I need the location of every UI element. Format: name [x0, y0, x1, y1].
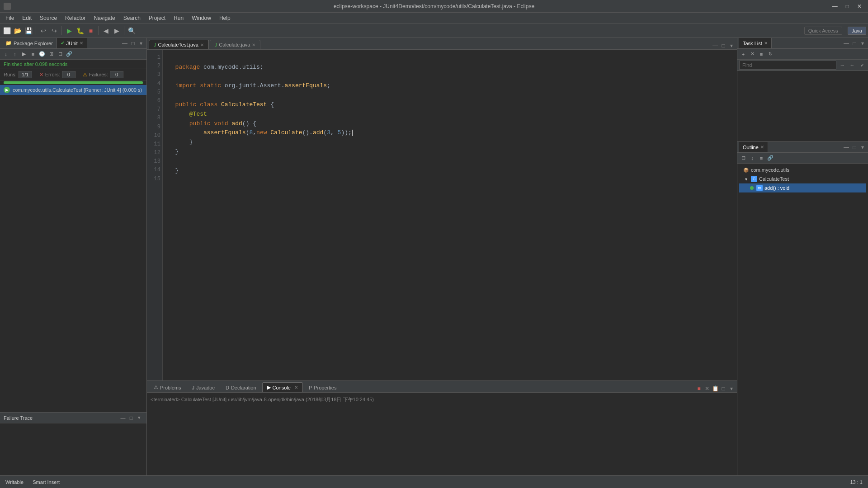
junit-stats: Runs: 1/1 ✕ Errors: 0 ⚠ Failures: 0	[0, 69, 146, 80]
search-button[interactable]: 🔍	[127, 26, 137, 36]
menu-project[interactable]: Project	[145, 14, 169, 22]
task-activate[interactable]: ✓	[858, 61, 866, 69]
junit-tab[interactable]: ✔ JUnit ✕	[57, 38, 87, 48]
menu-file[interactable]: File	[2, 14, 18, 22]
junit-tab-close[interactable]: ✕	[80, 41, 83, 46]
junit-filter[interactable]: ≡	[29, 50, 37, 58]
redo-button[interactable]: ↪	[49, 26, 59, 36]
console-close[interactable]: ✕	[294, 385, 298, 390]
run-button[interactable]: ▶	[64, 26, 74, 36]
outline-minimize[interactable]: —	[843, 144, 850, 151]
left-panel-minimize[interactable]: —	[121, 40, 128, 47]
back-button[interactable]: ◀	[101, 26, 111, 36]
editor-tab-calculatetest[interactable]: J CalculateTest.java ✕	[149, 40, 209, 49]
calculatetest-close[interactable]: ✕	[200, 42, 204, 47]
bottom-tab-console[interactable]: ▶ Console ✕	[262, 382, 303, 392]
sep1	[36, 26, 36, 35]
menu-window[interactable]: Window	[188, 14, 215, 22]
junit-layout[interactable]: ⊞	[47, 50, 55, 58]
outline-sort[interactable]: ↕	[748, 154, 756, 162]
menu-refactor[interactable]: Refactor	[61, 14, 89, 22]
task-delete[interactable]: ✕	[748, 50, 756, 58]
outline-collapse-all[interactable]: ⊟	[739, 154, 747, 162]
close-button[interactable]: ✕	[854, 2, 864, 10]
open-button[interactable]: 📂	[13, 26, 23, 36]
java-perspective-button[interactable]: Java	[848, 27, 866, 35]
task-list-controls: — □ ▾	[843, 40, 866, 47]
bottom-copy[interactable]: 📋	[712, 385, 719, 392]
menu-edit[interactable]: Edit	[19, 14, 35, 22]
left-panel: 📁 Package Explorer ✔ JUnit ✕ — □ ▾ ↓ ↑ ▶…	[0, 38, 147, 475]
failures-value: 0	[110, 71, 123, 78]
failure-trace-copy[interactable]: □	[127, 414, 135, 422]
bottom-minimize[interactable]: ■	[695, 385, 703, 392]
minimize-button[interactable]: —	[830, 2, 840, 10]
outline-menu[interactable]: ▾	[859, 144, 866, 151]
task-find-prev[interactable]: ←	[848, 61, 856, 69]
junit-link[interactable]: 🔗	[65, 50, 73, 58]
junit-history[interactable]: 🕐	[38, 50, 46, 58]
junit-next-failure[interactable]: ↓	[2, 50, 10, 58]
stop-button[interactable]: ■	[86, 26, 96, 36]
bottom-clear[interactable]: ✕	[703, 385, 711, 392]
left-panel-maximize[interactable]: □	[129, 40, 137, 47]
left-panel-menu[interactable]: ▾	[137, 40, 145, 47]
bottom-menu[interactable]: ▾	[728, 385, 735, 392]
junit-rerun[interactable]: ▶	[20, 50, 28, 58]
outline-method-item[interactable]: m add() : void	[739, 183, 866, 192]
task-list-menu[interactable]: ▾	[859, 40, 866, 47]
menu-help[interactable]: Help	[216, 14, 234, 22]
outline-filter[interactable]: ≡	[757, 154, 765, 162]
failure-trace-menu[interactable]: ▾	[136, 414, 143, 422]
outline-package-item[interactable]: 📦 com.mycode.utils	[739, 165, 866, 174]
calculatetest-icon: J	[154, 42, 156, 47]
menu-navigate[interactable]: Navigate	[90, 14, 118, 22]
bottom-tab-problems[interactable]: ⚠ Problems	[149, 382, 186, 392]
new-button[interactable]: ⬜	[2, 26, 12, 36]
runs-value: 1/1	[19, 71, 32, 78]
task-list-tab[interactable]: Task List ✕	[739, 38, 772, 48]
task-list-maximize[interactable]: □	[851, 40, 858, 47]
outline-tab[interactable]: Outline ✕	[739, 142, 768, 152]
forward-button[interactable]: ▶	[112, 26, 122, 36]
line-num-7: 7	[149, 105, 160, 114]
task-list-close[interactable]: ✕	[764, 41, 768, 46]
menu-run[interactable]: Run	[170, 14, 187, 22]
junit-prev-failure[interactable]: ↑	[11, 50, 19, 58]
menu-search[interactable]: Search	[120, 14, 144, 22]
debug-button[interactable]: 🐛	[75, 26, 85, 36]
bottom-tab-javadoc[interactable]: J Javadoc	[187, 383, 219, 392]
failure-trace-minimize[interactable]: —	[119, 414, 127, 422]
menu-source[interactable]: Source	[36, 14, 61, 22]
failures-label: Failures:	[89, 72, 108, 77]
task-new[interactable]: +	[739, 50, 747, 58]
bottom-tab-properties[interactable]: P Properties	[304, 383, 341, 392]
editor-menu[interactable]: ▾	[728, 42, 735, 49]
quick-access-button[interactable]: Quick Access	[804, 27, 842, 35]
junit-result-item[interactable]: ▶ com.mycode.utils.CalculateTest [Runner…	[0, 85, 146, 95]
editor-minimize[interactable]: —	[712, 42, 719, 49]
task-filter[interactable]: ≡	[757, 50, 765, 58]
calculate-close[interactable]: ✕	[252, 42, 255, 47]
editor-maximize[interactable]: □	[720, 42, 727, 49]
task-list-minimize[interactable]: —	[843, 40, 850, 47]
editor-tab-calculate[interactable]: J Calculate.java ✕	[210, 40, 261, 49]
outline-class-item[interactable]: ▾ C CalculateTest	[739, 174, 866, 183]
task-find-input[interactable]	[739, 61, 836, 70]
line-num-1: 1	[149, 53, 160, 62]
outline-close[interactable]: ✕	[760, 145, 764, 150]
task-find-button[interactable]: →	[838, 61, 846, 69]
outline-sync[interactable]: 🔗	[766, 154, 774, 162]
maximize-button[interactable]: □	[843, 2, 852, 10]
bottom-tab-declaration[interactable]: D Declaration	[221, 383, 261, 392]
package-explorer-tab[interactable]: 📁 Package Explorer	[2, 38, 57, 48]
junit-collapse[interactable]: ⊟	[56, 50, 64, 58]
code-editor[interactable]: 1 2 ● 3 4 5 ● 6 7 8 9 10 11 12 13 14	[147, 50, 737, 380]
undo-button[interactable]: ↩	[38, 26, 48, 36]
bottom-maximize[interactable]: □	[720, 385, 727, 392]
sep5	[139, 26, 139, 35]
code-content[interactable]: package com.mycode.utils; import static …	[163, 50, 737, 380]
save-button[interactable]: 💾	[24, 26, 33, 36]
task-refresh[interactable]: ↻	[766, 50, 774, 58]
outline-maximize[interactable]: □	[851, 144, 858, 151]
